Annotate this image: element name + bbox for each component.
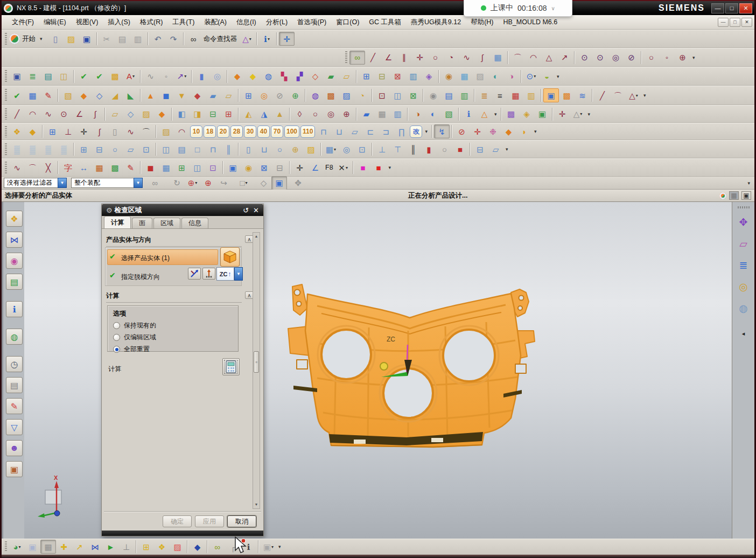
doc-minimize-button[interactable]: — [718, 18, 729, 27]
vector-dialog-button[interactable] [188, 268, 201, 280]
doc-restore-button[interactable]: □ [730, 18, 740, 27]
menu-item[interactable]: 燕秀UG模具9.12 [406, 16, 466, 29]
toolbar-icon[interactable]: ▣ [9, 69, 25, 83]
start-menu-button[interactable]: 开始▾ [9, 33, 45, 44]
radio-icon[interactable] [113, 334, 120, 341]
toolbar-icon[interactable]: ⊐ [378, 124, 394, 138]
menu-item[interactable]: 文件(F) [7, 16, 39, 29]
toolbar-icon[interactable]: ▰ [359, 107, 374, 121]
graphics-window[interactable]: ZC X ⚙ 检查区域 [24, 202, 732, 539]
toolbar-icon[interactable]: ⊞ [76, 142, 92, 156]
sketch-point-icon[interactable]: ◦ [659, 51, 675, 65]
assembly-info-icon[interactable]: ℹ▾ [259, 32, 275, 46]
toolbar-icon[interactable]: ▱ [488, 142, 503, 156]
toolbar-overflow-icon[interactable]: ▾ [278, 544, 281, 549]
toolbar-icon[interactable]: ↔ [76, 161, 92, 175]
toolbar-icon[interactable]: ⌒ [610, 88, 626, 102]
concentric-circle-icon[interactable]: ◎ [608, 51, 624, 65]
studio-spline-icon[interactable]: ∿ [459, 51, 474, 65]
circle-diameter-icon[interactable]: ⊙ [592, 51, 608, 65]
toolbar-icon[interactable]: ╱ [594, 88, 610, 102]
menu-item[interactable]: 编辑(E) [39, 16, 71, 29]
sketch-sections-icon[interactable]: ≣ [735, 257, 752, 273]
selection-filter-combo[interactable]: 没有选择过滤器 ▼ [4, 178, 67, 188]
toolbar-icon[interactable]: ⊟ [472, 142, 488, 156]
toolbar-icon[interactable]: ❖ [154, 540, 170, 554]
layers-icon[interactable]: ≣ [25, 69, 40, 83]
toolbar-icon[interactable]: ▦ [457, 69, 472, 83]
toolbar-icon[interactable]: ◎ [256, 88, 272, 102]
menu-item[interactable]: GC 工具箱 [364, 16, 406, 29]
toolbar-icon[interactable]: ▮ [421, 142, 437, 156]
toolbar-icon[interactable]: ✔ [76, 69, 92, 83]
draft-icon[interactable]: ▨ [339, 88, 354, 102]
toolbar-icon[interactable]: ∏ [394, 124, 409, 138]
toolbar-icon[interactable]: ⊕ [288, 88, 303, 102]
toolbar-icon[interactable]: ◎ [209, 69, 225, 83]
toolbar-icon[interactable]: ≡ [492, 88, 508, 102]
toolbar-icon[interactable]: ▥ [523, 88, 539, 102]
collapse-resource-bar-icon[interactable]: ◂ [742, 330, 745, 337]
toolbar-icon[interactable]: ⊕ [288, 142, 303, 156]
mold-base-icon[interactable]: ⊓ [316, 124, 331, 138]
toolbar-icon[interactable]: ◼ [158, 88, 174, 102]
toolbar-icon[interactable]: ↗▾ [174, 69, 190, 83]
toolbar-icon[interactable]: ▧ [441, 107, 457, 121]
assembly-navigator-icon[interactable]: ❖ [6, 211, 23, 227]
toolbar-overflow-icon[interactable]: ▾ [643, 93, 646, 98]
toolbar-icon[interactable]: ∿ [123, 124, 138, 138]
toolbar-icon[interactable]: ⊕ [200, 176, 216, 190]
toolbar-icon[interactable]: ⊘ [272, 88, 288, 102]
save-icon[interactable]: ▣ [79, 32, 95, 46]
link-icon[interactable]: ∞ [147, 176, 163, 190]
trim-icon[interactable]: △ [541, 51, 557, 65]
toolbar-icon[interactable]: ▦ [158, 161, 174, 175]
radio-option[interactable]: 全部重置 [113, 345, 238, 354]
toolbar-icon[interactable]: ○ [437, 142, 452, 156]
toolbar-icon[interactable]: ❖ [9, 124, 25, 138]
toolbar-icon[interactable]: ◐ [488, 69, 503, 83]
toolbar-icon[interactable]: ↗ [72, 540, 87, 554]
select-body-label[interactable]: 选择产品实体 (1) [121, 254, 170, 263]
menu-item[interactable]: 视图(V) [71, 16, 103, 29]
find-component-icon[interactable]: ◕▾ [9, 540, 25, 554]
toolbar-icon[interactable]: △ [477, 107, 492, 121]
toolbar-overflow-icon[interactable]: ▾ [494, 111, 497, 117]
toolbar-icon[interactable]: ◉ [241, 161, 256, 175]
preset-18-button[interactable]: 18 [204, 125, 216, 138]
extrude-icon[interactable]: ▧ [60, 88, 76, 102]
toolbar-icon[interactable]: ∫ [87, 107, 103, 121]
toolbar-icon[interactable]: ▚ [276, 69, 292, 83]
toolbar-icon[interactable]: ◦ [158, 69, 174, 83]
toolbar-icon[interactable]: ▣▾ [261, 540, 276, 554]
toolbar-icon[interactable]: ▦ [40, 540, 56, 554]
toolbar-icon[interactable]: ◣ [123, 88, 138, 102]
toolbar-icon[interactable]: ▩ [559, 88, 575, 102]
toolbar-icon[interactable]: ◍ [307, 88, 323, 102]
toolbar-icon[interactable]: ✛ [555, 107, 570, 121]
toolbar-icon[interactable]: ▲ [272, 107, 288, 121]
toolbar-icon[interactable]: ◇ [123, 107, 138, 121]
profile-icon[interactable]: ∞ [349, 51, 365, 65]
modify-button[interactable]: 改 [410, 125, 422, 138]
toolbar-overflow-icon[interactable]: ▾ [506, 147, 508, 152]
toolbar-icon[interactable]: ▤ [174, 142, 190, 156]
red-cube-icon[interactable]: ◼ [143, 161, 158, 175]
toolbar-icon[interactable]: ◠ [174, 124, 190, 138]
menu-item[interactable]: 插入(S) [103, 16, 135, 29]
palette-icon[interactable]: ❉ [485, 124, 501, 138]
menu-item[interactable]: HB_MOULD M6.6 [499, 17, 563, 27]
open-icon[interactable]: ▨ [64, 32, 79, 46]
toolbar-icon[interactable]: ⊞ [45, 124, 60, 138]
toolbar-icon[interactable]: ∿ [40, 107, 56, 121]
scroll-up-icon[interactable]: ▲ [255, 233, 258, 239]
scroll-down-icon[interactable]: ▼ [255, 501, 258, 507]
x-tool-icon[interactable]: ✕▾ [335, 161, 351, 175]
toolbar-icon[interactable]: ⌒ [25, 161, 40, 175]
web-browser-icon[interactable]: ◍ [6, 329, 23, 345]
chamfer-icon[interactable]: ◠ [526, 51, 541, 65]
preset-28-button[interactable]: 28 [230, 125, 243, 138]
refresh-icon[interactable]: ↻ [169, 176, 185, 190]
tube-icon[interactable]: ◍ [735, 300, 752, 316]
toolbar-icon[interactable]: ⊞ [359, 69, 374, 83]
